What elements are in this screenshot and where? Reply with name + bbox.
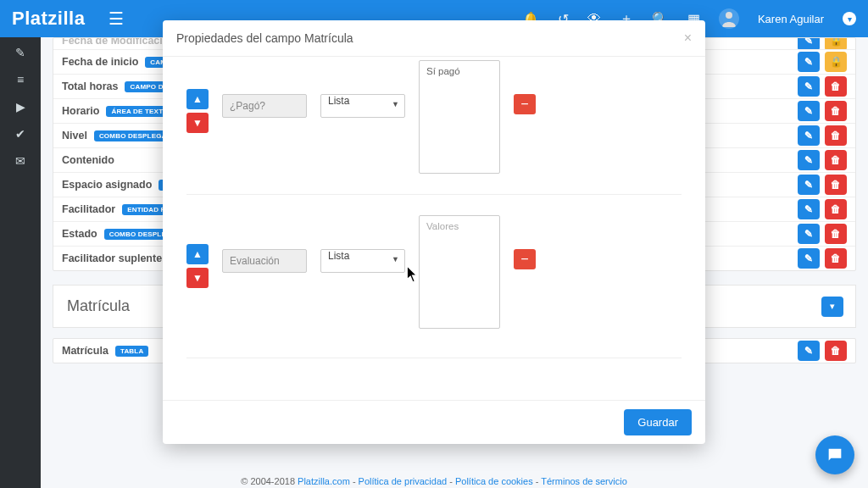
delete-button[interactable]: 🗑 — [825, 175, 847, 195]
delete-button[interactable]: 🗑 — [825, 125, 847, 146]
section-toggle-button[interactable]: ▾ — [821, 297, 843, 317]
subfield-type-select[interactable]: Lista — [320, 249, 405, 273]
field-label: Horario — [62, 105, 99, 117]
footer-site-link[interactable]: Platzilla.com — [298, 476, 350, 486]
row-actions: ✎🔒 — [798, 38, 847, 50]
footer: © 2004-2018 Platzilla.com - Política de … — [0, 476, 868, 486]
field-label: Nivel — [62, 130, 87, 141]
field-label: Facilitador suplente — [62, 252, 162, 264]
edit-button[interactable]: ✎ — [798, 175, 820, 195]
subfield-name-input[interactable] — [222, 249, 307, 273]
remove-subfield-button[interactable]: − — [514, 94, 536, 114]
field-label: Estado — [62, 228, 97, 240]
field-label: Fecha de inicio — [62, 56, 138, 68]
edit-button[interactable]: ✎ — [798, 125, 820, 146]
section-title: Matrícula — [67, 297, 130, 315]
row-actions: ✎🗑 — [798, 150, 847, 170]
edit-button[interactable]: ✎ — [798, 199, 820, 219]
save-button[interactable]: Guardar — [624, 409, 692, 435]
edit-button[interactable]: ✎ — [798, 52, 820, 72]
order-buttons: ▲ ▼ — [186, 89, 209, 133]
edit-button[interactable]: ✎ — [798, 38, 820, 50]
footer-privacy-link[interactable]: Política de privacidad — [359, 476, 448, 486]
list-icon[interactable]: ≡ — [17, 73, 24, 86]
row-actions: ✎🗑 — [798, 175, 847, 195]
delete-button[interactable]: 🗑 — [825, 224, 847, 244]
brand-logo: Platzilla — [12, 8, 85, 30]
subfield-type-value: Lista — [328, 250, 349, 262]
username: Karen Aguilar — [758, 13, 824, 25]
row-actions: ✎🗑 — [798, 101, 847, 121]
row-actions: ✎🗑 — [798, 248, 847, 269]
remove-subfield-button[interactable]: − — [514, 249, 536, 269]
edit-button[interactable]: ✎ — [798, 76, 820, 97]
move-down-button[interactable]: ▼ — [186, 113, 209, 133]
footer-sep: - — [353, 476, 359, 486]
subfield-row: ▲ ▼ Lista Sí pagó − — [186, 57, 682, 194]
compose-icon[interactable]: ✎ — [15, 46, 25, 59]
avatar[interactable] — [719, 8, 739, 29]
delete-button[interactable]: 🗑 — [825, 101, 847, 121]
footer-copyright: © 2004-2018 — [241, 476, 298, 486]
user-menu-chevron-icon[interactable]: ▾ — [843, 12, 856, 25]
subfield-name-input[interactable] — [222, 94, 307, 118]
move-up-button[interactable]: ▲ — [186, 89, 209, 109]
subfield-type-value: Lista — [328, 95, 349, 107]
row-actions: ✎🗑 — [798, 224, 847, 244]
modal-header: Propiedades del campo Matrícula × — [163, 20, 705, 57]
edit-button[interactable]: ✎ — [798, 101, 820, 121]
lock-button[interactable]: 🔒 — [825, 52, 847, 72]
edit-button[interactable]: ✎ — [798, 341, 820, 361]
delete-button[interactable]: 🗑 — [825, 76, 847, 97]
modal-body: ▲ ▼ Lista Sí pagó − ▲ ▼ Lista − — [163, 57, 705, 400]
delete-button[interactable]: 🗑 — [825, 199, 847, 219]
delete-button[interactable]: 🗑 — [825, 150, 847, 170]
menu-toggle-icon[interactable]: ☰ — [108, 8, 124, 29]
row-actions: ✎🗑 — [798, 199, 847, 219]
chat-fab-button[interactable] — [815, 435, 854, 474]
row-actions: ✎🗑 — [798, 76, 847, 97]
order-buttons: ▲ ▼ — [186, 244, 209, 288]
subfield-values-textarea[interactable] — [419, 215, 500, 329]
move-up-button[interactable]: ▲ — [186, 244, 209, 264]
field-label: Matrícula — [62, 345, 108, 357]
modal-footer: Guardar — [163, 400, 705, 444]
footer-terms-link[interactable]: Términos de servicio — [541, 476, 626, 486]
delete-button[interactable]: 🗑 — [825, 341, 847, 361]
field-label: Espacio asignado — [62, 179, 152, 191]
field-properties-modal: Propiedades del campo Matrícula × ▲ ▼ Li… — [163, 20, 705, 444]
close-icon[interactable]: × — [684, 30, 692, 46]
field-type-tag: TABLA — [115, 346, 149, 357]
row-actions: ✎🔒 — [798, 52, 847, 72]
row-actions: ✎🗑 — [798, 341, 847, 361]
edit-button[interactable]: ✎ — [798, 248, 820, 269]
comments-icon[interactable]: ✉ — [15, 154, 25, 168]
field-label: Contenido — [62, 154, 114, 166]
delete-button[interactable]: 🗑 — [825, 248, 847, 269]
svg-point-0 — [726, 12, 732, 19]
play-icon[interactable]: ▶ — [16, 100, 25, 114]
field-label: Facilitador — [62, 203, 115, 215]
subfield-type-select[interactable]: Lista — [320, 94, 405, 118]
modal-title: Propiedades del campo Matrícula — [176, 31, 353, 45]
subfield-row: ▲ ▼ Lista − — [186, 194, 682, 349]
lock-button[interactable]: 🔒 — [825, 38, 847, 50]
footer-cookies-link[interactable]: Política de cookies — [455, 476, 533, 486]
row-actions: ✎🗑 — [798, 125, 847, 146]
left-sidebar: ✎ ≡ ▶ ✔ ✉ — [0, 37, 41, 488]
footer-sep: - — [449, 476, 455, 486]
edit-button[interactable]: ✎ — [798, 150, 820, 170]
check-icon[interactable]: ✔ — [15, 127, 25, 141]
edit-button[interactable]: ✎ — [798, 224, 820, 244]
subfield-values-textarea[interactable]: Sí pagó — [419, 60, 500, 174]
move-down-button[interactable]: ▼ — [186, 268, 209, 288]
field-label: Total horas — [62, 80, 118, 92]
field-label: Fecha de Modificación — [62, 38, 175, 47]
